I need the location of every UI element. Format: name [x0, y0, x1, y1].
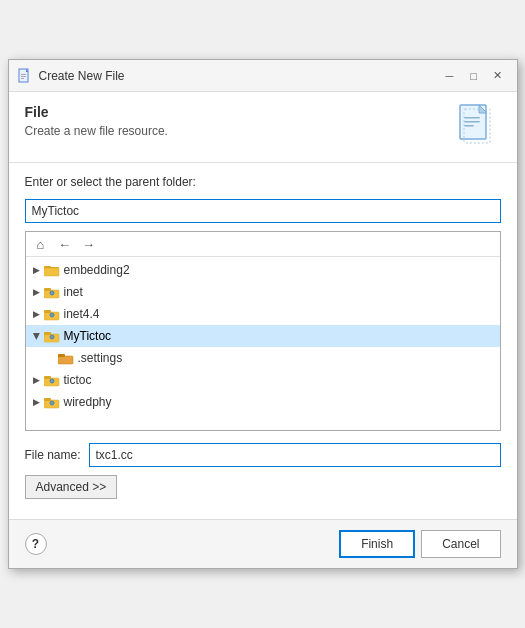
- minimize-button[interactable]: ─: [439, 65, 461, 87]
- titlebar-controls: ─ □ ✕: [439, 65, 509, 87]
- tree-forward-button[interactable]: →: [78, 234, 100, 254]
- tree-label-wiredphy: wiredphy: [64, 395, 112, 409]
- tree-home-button[interactable]: ⌂: [30, 234, 52, 254]
- tree-toolbar: ⌂ ← →: [26, 232, 500, 257]
- svg-rect-3: [21, 76, 26, 77]
- filename-section: File name:: [25, 443, 501, 467]
- tree-item-wiredphy[interactable]: ▶ wiredphy: [26, 391, 500, 413]
- tree-label-embedding2: embedding2: [64, 263, 130, 277]
- tree-arrow-inet: ▶: [30, 285, 44, 299]
- svg-rect-4: [21, 78, 24, 79]
- cancel-button[interactable]: Cancel: [421, 530, 500, 558]
- tree-item-settings[interactable]: ▶ .settings: [26, 347, 500, 369]
- tree-item-embedding2[interactable]: ▶ embedding2: [26, 259, 500, 281]
- folder-icon-inet4: [44, 306, 60, 322]
- dialog-body: File Create a new file resource. Enter o…: [9, 92, 517, 519]
- folder-label: Enter or select the parent folder:: [25, 175, 501, 189]
- svg-rect-32: [44, 376, 51, 379]
- create-new-file-dialog: Create New File ─ □ ✕ File Create a new …: [8, 59, 518, 569]
- help-button[interactable]: ?: [25, 533, 47, 555]
- svg-rect-7: [464, 117, 480, 119]
- svg-rect-15: [44, 288, 51, 291]
- tree-label-inet: inet: [64, 285, 83, 299]
- main-section: Enter or select the parent folder: ⌂ ← →…: [9, 163, 517, 519]
- filename-input[interactable]: [89, 443, 501, 467]
- footer: ? Finish Cancel: [9, 519, 517, 568]
- tree-arrow-tictoc: ▶: [30, 373, 44, 387]
- header-section: File Create a new file resource.: [9, 92, 517, 163]
- tree-arrow-mytictoc: ▶: [30, 329, 44, 343]
- tree-back-button[interactable]: ←: [54, 234, 76, 254]
- svg-rect-13: [44, 268, 59, 276]
- titlebar-left: Create New File: [17, 68, 125, 84]
- header-subtext: Create a new file resource.: [25, 124, 168, 138]
- folder-icon-inet: [44, 284, 60, 300]
- header-heading: File: [25, 104, 168, 120]
- tree-items: ▶ embedding2 ▶: [26, 257, 500, 415]
- tree-label-mytictoc: MyTictoc: [64, 329, 112, 343]
- titlebar-title: Create New File: [39, 69, 125, 83]
- header-text: File Create a new file resource.: [25, 104, 168, 138]
- tree-arrow-inet4: ▶: [30, 307, 44, 321]
- svg-rect-30: [58, 354, 65, 357]
- filename-label: File name:: [25, 448, 81, 462]
- footer-left: ?: [25, 533, 47, 555]
- header-icon: [453, 104, 501, 152]
- parent-folder-input[interactable]: [25, 199, 501, 223]
- folder-icon-settings: [58, 350, 74, 366]
- svg-rect-9: [464, 125, 474, 127]
- svg-rect-8: [464, 121, 480, 123]
- close-button[interactable]: ✕: [487, 65, 509, 87]
- footer-right: Finish Cancel: [339, 530, 500, 558]
- folder-icon-tictoc: [44, 372, 60, 388]
- tree-item-mytictoc[interactable]: ▶ MyTictoc: [26, 325, 500, 347]
- maximize-button[interactable]: □: [463, 65, 485, 87]
- svg-rect-29: [58, 356, 73, 364]
- folder-icon-mytictoc: [44, 328, 60, 344]
- tree-label-inet4: inet4.4: [64, 307, 100, 321]
- tree-item-inet4[interactable]: ▶ inet4.4: [26, 303, 500, 325]
- tree-item-inet[interactable]: ▶ inet: [26, 281, 500, 303]
- folder-icon-wiredphy: [44, 394, 60, 410]
- tree-container[interactable]: ⌂ ← → ▶: [25, 231, 501, 431]
- advanced-button[interactable]: Advanced >>: [25, 475, 118, 499]
- tree-label-settings: .settings: [78, 351, 123, 365]
- tree-arrow-embedding2: ▶: [30, 263, 44, 277]
- tree-arrow-wiredphy: ▶: [30, 395, 44, 409]
- folder-icon-embedding2: [44, 262, 60, 278]
- dialog-icon: [17, 68, 33, 84]
- svg-rect-25: [44, 332, 51, 335]
- tree-item-tictoc[interactable]: ▶ tictoc: [26, 369, 500, 391]
- tree-label-tictoc: tictoc: [64, 373, 92, 387]
- svg-rect-20: [44, 310, 51, 313]
- finish-button[interactable]: Finish: [339, 530, 415, 558]
- titlebar: Create New File ─ □ ✕: [9, 60, 517, 92]
- svg-rect-37: [44, 398, 51, 401]
- svg-rect-2: [21, 74, 26, 75]
